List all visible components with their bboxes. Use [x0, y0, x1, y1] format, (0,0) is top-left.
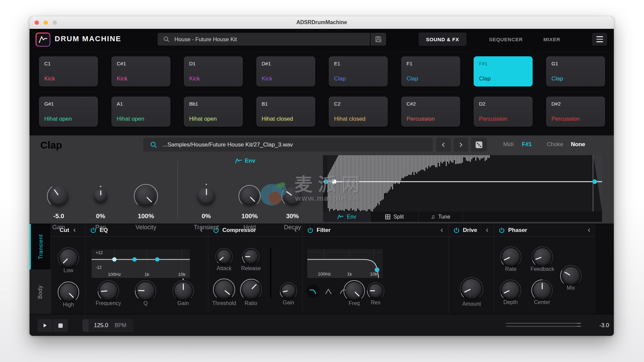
midi-note-value[interactable]: F#1: [522, 141, 532, 148]
pad-note: G1: [551, 61, 558, 66]
menu-button[interactable]: [592, 33, 607, 46]
envelope-end-handle[interactable]: [592, 179, 597, 184]
knob-ratio[interactable]: [238, 277, 264, 302]
power-icon[interactable]: [453, 227, 460, 233]
power-icon[interactable]: [307, 227, 313, 233]
bpm-field[interactable]: 125.0 BPM: [83, 319, 133, 332]
knob-eq-q[interactable]: [133, 279, 158, 303]
save-preset-button[interactable]: [371, 33, 386, 46]
next-sample-button[interactable]: [453, 138, 468, 152]
preset-search-field[interactable]: House - Future House Kit: [158, 33, 370, 46]
power-icon[interactable]: [213, 227, 219, 233]
gain-reduction-meter: [270, 248, 271, 298]
knob-threshold[interactable]: [211, 277, 237, 302]
envelope-start-handle[interactable]: [324, 179, 328, 184]
eq-band-3-handle[interactable]: [155, 257, 160, 262]
pad-Cs2[interactable]: C#2Percussion: [401, 97, 460, 127]
tab-body-layer[interactable]: Body: [30, 269, 51, 314]
envelope-icon: [235, 158, 242, 164]
svg-text:10k: 10k: [178, 272, 185, 277]
knob-gain[interactable]: [45, 183, 72, 209]
knob-mix[interactable]: [558, 263, 583, 288]
collapse-icon[interactable]: [587, 228, 591, 233]
knob-velocity[interactable]: [132, 182, 160, 210]
pad-Fs1[interactable]: F#1Clap: [474, 56, 533, 86]
svg-text:1k: 1k: [347, 272, 352, 277]
master-volume-slider[interactable]: [506, 323, 581, 324]
previous-sample-button[interactable]: [436, 138, 451, 152]
sample-search-field[interactable]: ...Samples/House/Future House Kit/27_Cla…: [143, 138, 433, 152]
pad-G1[interactable]: G1Clap: [546, 56, 605, 86]
waveform-display[interactable]: [323, 155, 602, 212]
knob-rate[interactable]: [498, 245, 523, 269]
play-button[interactable]: [38, 319, 52, 332]
eq-band-1-handle[interactable]: [112, 257, 117, 262]
collapse-icon[interactable]: [72, 228, 76, 233]
eq-graph[interactable]: +12 -12 100Hz 1k 10k: [92, 249, 190, 278]
knob-depth[interactable]: [498, 278, 523, 303]
tab-sequencer[interactable]: SEQUENCER: [482, 33, 530, 46]
collapse-icon[interactable]: [485, 228, 489, 233]
pad-D1[interactable]: D1Kick: [184, 56, 243, 86]
eq-band-2-handle[interactable]: [132, 257, 137, 262]
bpm-drag-handle[interactable]: [83, 319, 89, 332]
pad-C1[interactable]: C1Kick: [39, 56, 98, 86]
power-icon[interactable]: [90, 227, 96, 233]
knob-center[interactable]: [530, 278, 554, 303]
tab-mixer[interactable]: MIXER: [536, 33, 568, 46]
master-volume-slider-2[interactable]: [506, 326, 581, 327]
knob-release[interactable]: [240, 246, 261, 267]
choke-value[interactable]: None: [571, 141, 585, 148]
pad-C2[interactable]: C2Hihat closed: [329, 97, 388, 127]
pad-A1[interactable]: A1Hihat open: [111, 97, 170, 127]
collapse-icon[interactable]: [293, 228, 298, 233]
panel-title: Phaser: [508, 227, 527, 234]
filter-type-lowpass-button[interactable]: [306, 285, 320, 298]
tab-tune[interactable]: ♫ Tune: [419, 212, 463, 222]
knob-feedback[interactable]: [530, 245, 555, 269]
knob-low[interactable]: [56, 246, 81, 270]
pad-Ds2[interactable]: D#2Percussion: [546, 97, 605, 127]
tab-split[interactable]: Split: [371, 212, 419, 222]
pad-Bb1[interactable]: Bb1Hihat open: [184, 97, 243, 127]
knob-flt-freq[interactable]: [342, 279, 367, 303]
pad-D2[interactable]: D2Percussion: [474, 97, 533, 127]
knob-hold[interactable]: [237, 183, 262, 209]
tab-env[interactable]: Env: [323, 212, 371, 222]
master-volume-value[interactable]: -3.0: [589, 322, 609, 329]
panel-title: EQ: [100, 227, 108, 234]
pad-Ds1[interactable]: D#1Kick: [256, 56, 315, 86]
collapse-icon[interactable]: [199, 228, 203, 233]
knob-high[interactable]: [56, 280, 81, 305]
pad-type-label: Hihat open: [117, 116, 144, 122]
knob-eq-frequency[interactable]: [96, 279, 121, 303]
pad-Gs1[interactable]: G#1Hihat open: [39, 97, 98, 127]
filter-type-bandpass-button[interactable]: [322, 285, 335, 298]
env-group-header: Env: [235, 158, 255, 164]
pad-F1[interactable]: F1Clap: [401, 56, 460, 86]
pad-B1[interactable]: B1Hihat closed: [256, 97, 315, 127]
pad-E1[interactable]: E1Clap: [329, 56, 388, 86]
panel-title: Filter: [317, 227, 331, 234]
filter-graph[interactable]: 100Hz 1k 10k: [307, 249, 383, 278]
knob-decay[interactable]: [280, 183, 305, 209]
random-sample-button[interactable]: [471, 138, 487, 152]
pad-type-label: Kick: [117, 75, 127, 82]
pad-Cs1[interactable]: C#1Kick: [111, 56, 170, 86]
knob-flt-res[interactable]: [365, 281, 386, 301]
knob-attack[interactable]: [214, 246, 234, 267]
knob-amount[interactable]: [458, 276, 485, 302]
bpm-value[interactable]: 125.0: [94, 322, 108, 329]
collapse-icon[interactable]: [440, 228, 444, 233]
knob-transient[interactable]: [194, 184, 219, 208]
tab-transient-layer[interactable]: Transient: [30, 224, 51, 269]
tab-sound-and-fx[interactable]: SOUND & FX: [419, 33, 467, 46]
power-icon[interactable]: [499, 227, 505, 233]
panel-title: Compressor: [222, 227, 256, 234]
knob-eq-gain[interactable]: [171, 279, 196, 303]
stop-button[interactable]: [53, 319, 68, 332]
transport-bar: 125.0 BPM -3.0: [30, 314, 614, 336]
knob-comp-gain[interactable]: [278, 281, 299, 301]
envelope-hold-handle[interactable]: [332, 179, 336, 184]
knob-pan[interactable]: [90, 186, 111, 206]
